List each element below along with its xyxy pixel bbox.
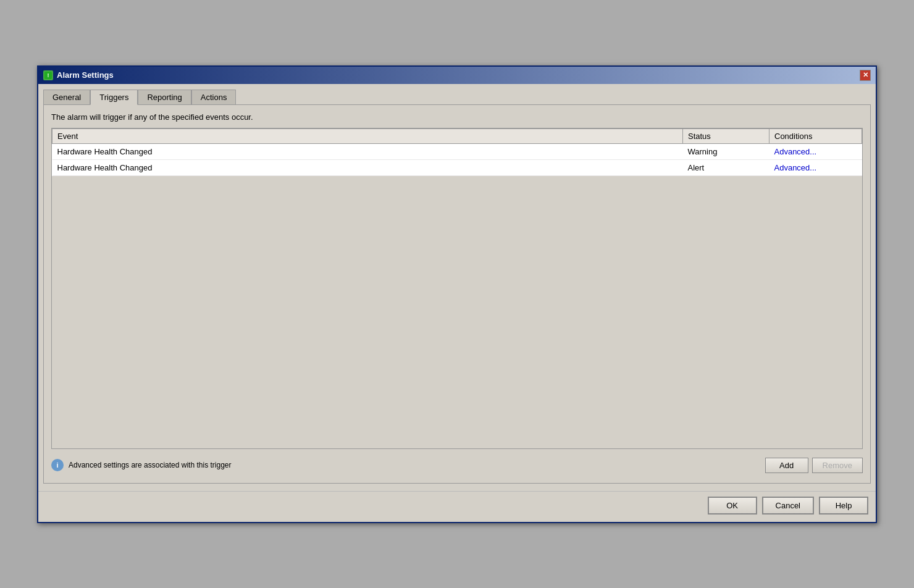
title-bar-left: ! Alarm Settings xyxy=(43,70,114,80)
add-button[interactable]: Add xyxy=(765,458,808,473)
triggers-table-wrapper: Event Status Conditions Hardware Health … xyxy=(51,128,863,449)
col-header-conditions: Conditions xyxy=(769,128,862,143)
triggers-table-body: Hardware Health Changed Warning Advanced… xyxy=(52,143,862,175)
svg-text:!: ! xyxy=(48,72,49,78)
close-button[interactable]: ✕ xyxy=(860,70,871,81)
tab-triggers[interactable]: Triggers xyxy=(90,90,138,105)
tab-general[interactable]: General xyxy=(43,90,90,105)
action-buttons: Add Remove xyxy=(765,458,863,473)
cell-conditions-1: Advanced... xyxy=(769,143,862,159)
table-row[interactable]: Hardware Health Changed Alert Advanced..… xyxy=(52,159,862,175)
triggers-table: Event Status Conditions Hardware Health … xyxy=(52,128,862,176)
cell-event-1: Hardware Health Changed xyxy=(52,143,683,159)
info-bar: i Advanced settings are associated with … xyxy=(51,455,863,476)
remove-button[interactable]: Remove xyxy=(812,458,863,473)
advanced-link-2[interactable]: Advanced... xyxy=(774,163,817,172)
advanced-link-1[interactable]: Advanced... xyxy=(774,147,817,156)
col-header-event: Event xyxy=(52,128,683,143)
cell-status-1: Warning xyxy=(683,143,769,159)
tab-reporting[interactable]: Reporting xyxy=(138,90,191,105)
help-button[interactable]: Help xyxy=(819,497,868,514)
dialog-footer: OK Cancel Help xyxy=(38,491,876,522)
cell-event-2: Hardware Health Changed xyxy=(52,159,683,175)
info-icon: i xyxy=(51,459,64,471)
dialog-title: Alarm Settings xyxy=(57,70,114,80)
table-header-row: Event Status Conditions xyxy=(52,128,862,143)
info-left: i Advanced settings are associated with … xyxy=(51,459,231,471)
tab-description: The alarm will trigger if any of the spe… xyxy=(51,112,863,122)
cancel-button[interactable]: Cancel xyxy=(762,497,814,514)
info-text: Advanced settings are associated with th… xyxy=(69,461,231,469)
tab-content-triggers: The alarm will trigger if any of the spe… xyxy=(43,104,871,484)
cell-status-2: Alert xyxy=(683,159,769,175)
dialog-body: General Triggers Reporting Actions The a… xyxy=(38,84,876,489)
cell-conditions-2: Advanced... xyxy=(769,159,862,175)
ok-button[interactable]: OK xyxy=(708,497,757,514)
alarm-settings-dialog: ! Alarm Settings ✕ General Triggers Repo… xyxy=(37,65,877,523)
dialog-icon: ! xyxy=(43,70,53,80)
tab-actions[interactable]: Actions xyxy=(191,90,237,105)
table-row[interactable]: Hardware Health Changed Warning Advanced… xyxy=(52,143,862,159)
col-header-status: Status xyxy=(683,128,769,143)
tab-bar: General Triggers Reporting Actions xyxy=(43,89,871,104)
title-bar: ! Alarm Settings ✕ xyxy=(38,67,876,84)
